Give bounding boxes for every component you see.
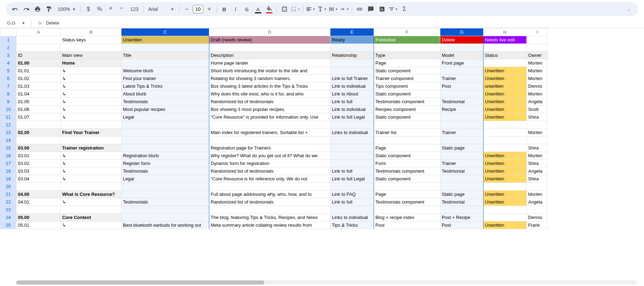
row-header-14[interactable]: 14	[0, 137, 17, 144]
cell[interactable]: Shira	[527, 175, 548, 183]
decrease-decimal-button[interactable]: .0	[106, 4, 116, 14]
italic-button[interactable]: I	[230, 4, 241, 14]
cell[interactable]: Needs live edit	[484, 36, 527, 44]
cell[interactable]	[374, 206, 440, 214]
row-header-23[interactable]: 23	[0, 206, 17, 214]
cell[interactable]: Link to full Trainer	[330, 75, 374, 82]
cell[interactable]: 01.02	[17, 75, 61, 82]
cell[interactable]: Morten	[527, 59, 548, 67]
cell[interactable]: Published	[374, 36, 440, 44]
cell[interactable]	[484, 44, 527, 52]
cell[interactable]: Best bluetooth earbuds for working out	[121, 221, 209, 229]
row-header-19[interactable]: 19	[0, 175, 17, 183]
cell[interactable]: Unwritten	[121, 36, 209, 44]
cell[interactable]: ID	[17, 52, 61, 59]
cell[interactable]	[527, 137, 548, 144]
cell[interactable]	[484, 59, 527, 67]
currency-button[interactable]: $	[83, 4, 94, 14]
cell[interactable]: Links to individual	[330, 129, 374, 137]
cell[interactable]: Latest Tips & Tricks	[121, 82, 209, 90]
col-header-G[interactable]: G	[440, 28, 484, 36]
cell[interactable]: Trainer	[440, 75, 484, 82]
cell[interactable]: The blog, featuring Tips & Tricks, Recip…	[209, 214, 330, 221]
row-header-10[interactable]: 10	[0, 106, 17, 113]
cell[interactable]: Randomized list of testimonials	[209, 198, 330, 206]
cell[interactable]: Dennis	[527, 82, 548, 90]
functions-button[interactable]: Σ	[399, 4, 410, 14]
row-header-17[interactable]: 17	[0, 160, 17, 167]
cell[interactable]: 03.03	[17, 167, 61, 175]
cell[interactable]: ↳	[61, 198, 121, 206]
cell[interactable]: Most popular recipes	[121, 106, 209, 113]
cell[interactable]	[209, 121, 330, 129]
cell[interactable]: Tips component	[374, 82, 440, 90]
print-button[interactable]	[32, 4, 43, 14]
cell[interactable]	[484, 129, 527, 137]
cell[interactable]: ↳	[61, 175, 121, 183]
cell[interactable]	[484, 214, 527, 221]
row-header-6[interactable]: 6	[0, 75, 17, 82]
cell[interactable]: Unwritten	[484, 75, 527, 82]
cell[interactable]	[17, 183, 61, 191]
percent-button[interactable]: %	[94, 4, 105, 14]
undo-button[interactable]	[10, 4, 20, 14]
cell[interactable]: Dennis	[527, 214, 548, 221]
fill-color-button[interactable]	[264, 4, 275, 14]
increase-decimal-button[interactable]: .00	[117, 4, 127, 14]
cell[interactable]: Testimonial	[440, 198, 484, 206]
row-header-21[interactable]: 21	[0, 191, 17, 198]
cell[interactable]: Registration blurb	[121, 152, 209, 160]
paint-format-button[interactable]	[44, 4, 54, 14]
row-header-20[interactable]: 20	[0, 183, 17, 191]
cell[interactable]: Title	[121, 52, 209, 59]
cell[interactable]	[17, 206, 61, 214]
cell[interactable]	[17, 44, 61, 52]
cell[interactable]: Home	[61, 59, 121, 67]
cell[interactable]: Recipe	[440, 106, 484, 113]
cell[interactable]	[330, 44, 374, 52]
cell[interactable]: Static component	[374, 175, 440, 183]
spreadsheet-grid[interactable]: ABCDEFGHI 1Status keysUnwrittenDraft (ne…	[0, 28, 644, 286]
cell[interactable]: Legal	[121, 113, 209, 121]
cell[interactable]	[121, 137, 209, 144]
cell[interactable]	[330, 137, 374, 144]
cell[interactable]: Unwritten	[484, 152, 527, 160]
cell[interactable]	[440, 183, 484, 191]
row-header-18[interactable]: 18	[0, 167, 17, 175]
cell[interactable]	[440, 121, 484, 129]
row-header-25[interactable]: 25	[0, 221, 17, 229]
row-header-9[interactable]: 9	[0, 98, 17, 106]
cell[interactable]: ↳	[61, 113, 121, 121]
text-wrap-button[interactable]: ▼	[328, 4, 339, 14]
cell[interactable]: ↳	[61, 152, 121, 160]
cell[interactable]: Dynamic form for registration	[209, 160, 330, 167]
cell[interactable]: ↳	[61, 90, 121, 98]
cell[interactable]	[440, 206, 484, 214]
row-header-7[interactable]: 7	[0, 82, 17, 90]
col-header-H[interactable]: H	[484, 28, 527, 36]
cell[interactable]	[121, 144, 209, 152]
cell[interactable]: Static component	[374, 90, 440, 98]
cell[interactable]: Link to individual	[330, 82, 374, 90]
cell[interactable]: Register form	[121, 160, 209, 167]
cell[interactable]	[527, 121, 548, 129]
comment-button[interactable]	[366, 4, 376, 14]
cell[interactable]	[440, 175, 484, 183]
more-formats-button[interactable]: 123	[128, 4, 141, 14]
col-header-B[interactable]: B	[61, 28, 121, 36]
cell[interactable]: Link to individual	[330, 106, 374, 113]
cell[interactable]: 03.04	[17, 175, 61, 183]
row-header-5[interactable]: 5	[0, 67, 17, 75]
cell[interactable]: Link to full	[330, 198, 374, 206]
horizontal-align-button[interactable]: ▼	[305, 4, 316, 14]
cell[interactable]: ↳	[61, 221, 121, 229]
cell[interactable]: 01.06	[17, 106, 61, 113]
cell[interactable]: Front page	[440, 59, 484, 67]
cell[interactable]: Links to individual	[330, 214, 374, 221]
cell[interactable]: Morten	[527, 129, 548, 137]
cell[interactable]: Why register? What do you get out of it?…	[209, 152, 330, 160]
cell[interactable]: 01.01	[17, 67, 61, 75]
cell[interactable]	[61, 121, 121, 129]
cell[interactable]	[527, 44, 548, 52]
cell[interactable]: 04.01	[17, 198, 61, 206]
